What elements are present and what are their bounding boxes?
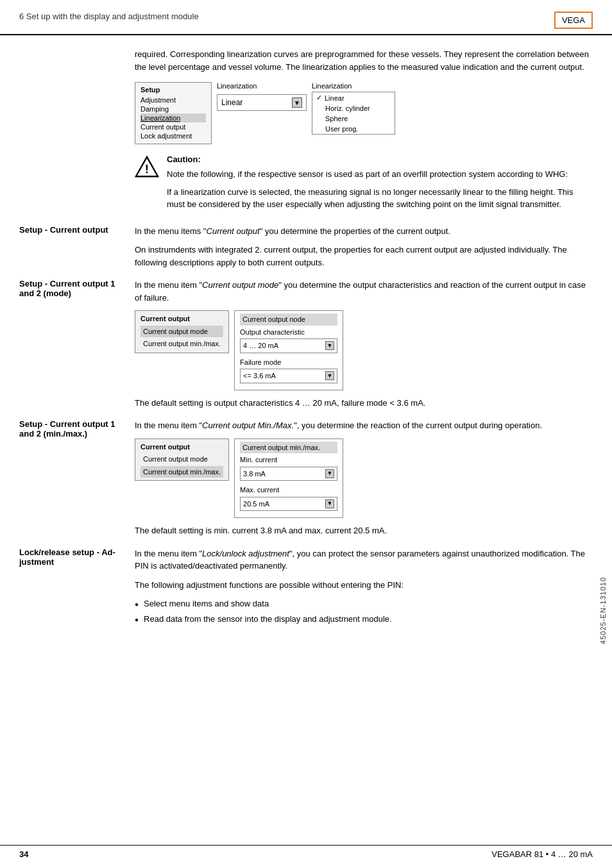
setup-item-adjustment: Adjustment xyxy=(140,96,206,104)
dropdown-label: Linearization xyxy=(312,82,395,90)
setup-item-damping: Damping xyxy=(140,104,206,113)
linearization-dropdown-arrow[interactable]: ▼ xyxy=(292,97,302,108)
caution-text2: If a linearization curve is selected, th… xyxy=(167,186,593,211)
section-mode: Setup - Current output 1 and 2 (mode) In… xyxy=(19,279,593,409)
intro-text: required. Corresponding linearization cu… xyxy=(135,48,593,73)
mode-menu-item1[interactable]: Current output mode xyxy=(140,326,223,338)
linearization-ui-row: Setup Adjustment Damping Linearization C… xyxy=(135,82,593,144)
lock-bullet-2: Read data from the sensor into the displ… xyxy=(135,613,593,626)
mode-default-text: The default setting is output characteri… xyxy=(135,397,593,410)
current-output-italic: Current output xyxy=(207,226,260,236)
main-content: required. Corresponding linearization cu… xyxy=(0,42,612,644)
footer: 34 VEGABAR 81 • 4 … 20 mA xyxy=(0,845,612,859)
minmax-field2-select[interactable]: 20.5 mA ▼ xyxy=(240,497,337,512)
linearization-dropdown: Linearization Linear Horiz. cylinder Sph… xyxy=(312,82,395,135)
current-output-text1: In the menu items "Current output" you d… xyxy=(135,225,593,238)
caution-section: ! Caution: Note the following, if the re… xyxy=(135,154,593,216)
section-minmax-label: Setup - Current output 1 and 2 (min./max… xyxy=(19,419,135,537)
minmax-field2-arrow[interactable]: ▼ xyxy=(325,499,334,508)
section-current-output-body: In the menu items "Current output" you d… xyxy=(135,225,593,269)
dropdown-item-linear[interactable]: Linear xyxy=(312,92,395,103)
mode-content-title: Current output node xyxy=(240,313,337,326)
caution-icon: ! xyxy=(135,154,159,179)
svg-text:!: ! xyxy=(145,162,149,176)
caution-title: Caution: xyxy=(167,154,593,164)
mode-menu-panel: Current output Current output mode Curre… xyxy=(135,310,229,353)
linearization-value: Linear xyxy=(221,98,242,107)
page-container: 6 Set up with the display and adjustment… xyxy=(0,0,612,868)
lock-bullet-list: Select menu items and show data Read dat… xyxy=(135,597,593,625)
section-mode-body: In the menu item "Current output mode" y… xyxy=(135,279,593,409)
minmax-content-title: Current output min./max. xyxy=(240,442,337,454)
minmax-field1-label: Min. current xyxy=(240,455,337,465)
mode-field2-arrow[interactable]: ▼ xyxy=(325,371,334,380)
minmax-ui-box: Current output Current output mode Curre… xyxy=(135,438,593,519)
minmax-menu-item1[interactable]: Current output mode xyxy=(140,453,223,465)
dropdown-item-sphere[interactable]: Sphere xyxy=(312,113,395,124)
setup-item-linearization[interactable]: Linearization xyxy=(140,113,206,122)
setup-panel: Setup Adjustment Damping Linearization C… xyxy=(135,82,212,144)
setup-item-current-output: Current output xyxy=(140,122,206,131)
minmax-field1-select[interactable]: 3.8 mA ▼ xyxy=(240,467,337,481)
lock-italic: Lock/unlock adjustment xyxy=(202,549,289,558)
vega-logo: VEGA xyxy=(554,12,593,29)
mode-field2-label: Failure mode xyxy=(240,357,337,368)
minmax-menu-item2[interactable]: Current output min./max. xyxy=(140,466,223,478)
mode-content-panel: Current output node Output characteristi… xyxy=(234,310,343,390)
mode-field1-arrow[interactable]: ▼ xyxy=(325,341,334,350)
mode-menu-item2[interactable]: Current output min./max. xyxy=(140,338,223,350)
linearization-label: Linearization xyxy=(217,82,307,90)
dropdown-item-horiz[interactable]: Horiz. cylinder xyxy=(312,103,395,113)
minmax-content-panel: Current output min./max. Min. current 3.… xyxy=(234,438,343,519)
linearization-select[interactable]: Linear ▼ xyxy=(217,94,307,111)
caution-icon-container: ! xyxy=(135,154,159,181)
minmax-text1: In the menu item "Current output Min./Ma… xyxy=(135,419,593,432)
header-title: 6 Set up with the display and adjustment… xyxy=(19,12,199,21)
minmax-menu-panel: Current output Current output mode Curre… xyxy=(135,438,229,481)
minmax-default-text: The default setting is min. current 3.8 … xyxy=(135,524,593,537)
minmax-menu-title: Current output xyxy=(140,442,223,453)
mode-italic: Current output mode xyxy=(202,280,278,290)
minmax-field1-value: 3.8 mA xyxy=(243,469,323,480)
section-current-output: Setup - Current output In the menu items… xyxy=(19,225,593,269)
side-text: 45025-EN-131010 xyxy=(599,577,607,644)
dropdown-item-user[interactable]: User prog. xyxy=(312,124,395,134)
caution-content: Caution: Note the following, if the resp… xyxy=(167,154,593,216)
section-lock-body: In the menu item "Lock/unlock adjustment… xyxy=(135,547,593,628)
current-output-text2: On instrumdents with integrated 2. curre… xyxy=(135,244,593,269)
section-lock-label: Lock/release setup - Ad- justment xyxy=(19,547,135,628)
logo-container: VEGA xyxy=(554,12,593,29)
minmax-field1-arrow[interactable]: ▼ xyxy=(325,469,334,478)
section-current-output-label: Setup - Current output xyxy=(19,225,135,269)
mode-field1-select[interactable]: 4 … 20 mA ▼ xyxy=(240,338,337,353)
mode-field1-label: Output characteristic xyxy=(240,327,337,338)
caution-text1: Note the following, if the respective se… xyxy=(167,168,593,181)
minmax-field2-label: Max. current xyxy=(240,485,337,496)
lock-text1: In the menu item "Lock/unlock adjustment… xyxy=(135,547,593,572)
lock-bullet-1: Select menu items and show data xyxy=(135,597,593,610)
footer-product: VEGABAR 81 • 4 … 20 mA xyxy=(491,846,593,859)
minmax-field2-value: 20.5 mA xyxy=(243,499,323,510)
footer-page: 34 xyxy=(19,846,28,859)
section-mode-label: Setup - Current output 1 and 2 (mode) xyxy=(19,279,135,409)
lock-text2: The following adjustment functions are p… xyxy=(135,579,593,592)
setup-item-lock: Lock adjustment xyxy=(140,131,206,140)
mode-text1: In the menu item "Current output mode" y… xyxy=(135,279,593,304)
mode-field1-value: 4 … 20 mA xyxy=(243,340,323,351)
header: 6 Set up with the display and adjustment… xyxy=(0,0,612,35)
minmax-italic: Current output Min./Max. xyxy=(202,421,294,430)
mode-menu-title: Current output xyxy=(140,313,223,324)
setup-panel-title: Setup xyxy=(140,86,206,94)
section-lock: Lock/release setup - Ad- justment In the… xyxy=(19,547,593,628)
mode-ui-box: Current output Current output mode Curre… xyxy=(135,310,593,390)
section-minmax: Setup - Current output 1 and 2 (min./max… xyxy=(19,419,593,537)
mode-field2-value: <= 3.6 mA xyxy=(243,371,323,381)
linearization-select-panel: Linearization Linear ▼ xyxy=(217,82,307,111)
section-minmax-body: In the menu item "Current output Min./Ma… xyxy=(135,419,593,537)
mode-field2-select[interactable]: <= 3.6 mA ▼ xyxy=(240,369,337,383)
dropdown-list: Linear Horiz. cylinder Sphere User prog. xyxy=(312,92,395,135)
